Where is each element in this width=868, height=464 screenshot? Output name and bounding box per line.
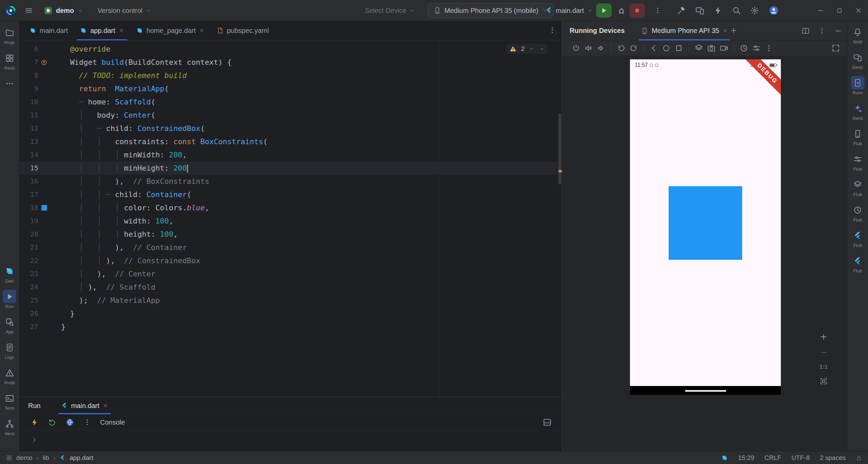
line-number[interactable]: 21 (19, 241, 38, 254)
line-number[interactable]: 26 (19, 307, 38, 320)
tool-logcat[interactable]: Logc (0, 341, 19, 360)
line-number[interactable]: 14 (19, 148, 38, 161)
code-line[interactable]: 11 │ body: Center( (19, 109, 558, 122)
tab-close-icon[interactable] (199, 28, 204, 33)
panel-options-icon[interactable] (818, 27, 826, 35)
tool-gemini[interactable]: Gemi (848, 101, 867, 121)
debug-button[interactable] (617, 0, 626, 21)
code-line[interactable]: 18 │ │ │ color: Colors.blue, (19, 201, 558, 214)
zoom-fit-icon[interactable] (820, 377, 828, 385)
code-line[interactable]: 26 } (19, 307, 558, 320)
breadcrumb-project[interactable]: demo (16, 454, 33, 462)
code-line[interactable]: 21 │ │ ), // Container (19, 241, 558, 254)
maximize-button[interactable] (830, 0, 849, 21)
editor-tab-pubspec.yaml[interactable]: pubspec.yaml (211, 21, 275, 40)
device-selector[interactable]: Medium Phone API 35 (mobile) (428, 3, 554, 18)
color-preview-swatch[interactable] (41, 205, 47, 211)
device-fullscreen-icon[interactable] (831, 44, 840, 53)
display-settings-button-icon[interactable] (752, 44, 761, 53)
emulator-screen[interactable]: 11:57 3G DEBUG (630, 59, 781, 395)
code-line[interactable]: 16 │ │ ), // BoxConstraints (19, 175, 558, 188)
line-number[interactable]: 11 (19, 109, 38, 122)
run-more-button[interactable] (654, 0, 662, 21)
device-manager-icon[interactable] (695, 6, 705, 15)
tool-device-manager[interactable]: Devic (848, 51, 867, 70)
close-button[interactable] (849, 0, 868, 21)
volume-up-button-icon[interactable] (584, 44, 593, 53)
tool-flutter-timeline[interactable]: Flutt (848, 203, 867, 223)
code-line[interactable]: 22 │ │ ), // ConstrainedBox (19, 254, 558, 267)
line-ending[interactable]: CRLF (765, 454, 782, 462)
zoom-out-icon[interactable] (819, 348, 828, 357)
editor-scrollbar[interactable] (558, 113, 561, 185)
line-number[interactable]: 7 (19, 56, 38, 69)
camera-button-icon[interactable] (707, 44, 716, 53)
gesture-pill[interactable] (685, 390, 726, 392)
editor-tab-home_page.dart[interactable]: home_page.dart (130, 21, 211, 40)
hide-panel-icon[interactable] (834, 27, 842, 35)
code-line[interactable]: 9 return MaterialApp( (19, 82, 558, 95)
override-gutter-icon[interactable] (41, 59, 47, 66)
minimize-button[interactable] (811, 0, 830, 21)
code-line[interactable]: 15 │ │ │ minHeight: 200 (19, 161, 558, 175)
code-line[interactable]: 12 │ ─ child: ConstrainedBox( (19, 122, 558, 135)
zoom-reset-button[interactable]: 1:1 (820, 364, 828, 370)
next-problem-icon[interactable] (539, 46, 545, 52)
line-number[interactable]: 22 (19, 254, 38, 267)
devtools-icon[interactable] (65, 418, 74, 427)
line-number[interactable]: 8 (19, 69, 38, 82)
vcs-widget[interactable]: Version control (98, 0, 152, 21)
device-more-button-icon[interactable] (765, 44, 773, 53)
line-number[interactable]: 18 (19, 201, 38, 214)
tool-problems[interactable]: Probl (0, 366, 19, 385)
line-number[interactable]: 12 (19, 122, 38, 135)
tab-options-icon[interactable] (548, 26, 556, 34)
run-button[interactable] (596, 3, 612, 18)
run-config-selector[interactable]: main.dart (545, 0, 593, 21)
rerun-icon[interactable] (48, 418, 57, 427)
breadcrumb-file[interactable]: app.dart (70, 454, 93, 462)
rotate-left-button-icon[interactable] (617, 44, 626, 53)
line-number[interactable]: 6 (19, 42, 38, 56)
tool-flutter-1[interactable]: Flutt (848, 229, 867, 248)
project-widget[interactable]: demo (43, 0, 83, 21)
code-line[interactable]: 24 │ ), // Scaffold (19, 281, 558, 294)
tool-version-control[interactable]: Versi (0, 417, 19, 436)
tool-running-devices[interactable]: Runn (848, 76, 867, 95)
code-editor[interactable]: 6 @override7 Widget build(BuildContext c… (19, 40, 562, 397)
kebab-icon[interactable] (83, 418, 91, 426)
file-encoding[interactable]: UTF-8 (791, 454, 810, 462)
line-number[interactable]: 27 (19, 320, 38, 333)
power-button-icon[interactable] (572, 44, 580, 53)
zoom-in-icon[interactable] (819, 332, 828, 341)
indent-style[interactable]: 2 spaces (820, 454, 846, 462)
tab-close-icon[interactable] (119, 28, 124, 33)
code-line[interactable]: 8 // TODO: implement build (19, 69, 558, 82)
add-device-icon[interactable] (730, 26, 738, 35)
device-tab[interactable]: Medium Phone API 35 (636, 21, 733, 40)
line-number[interactable]: 13 (19, 135, 38, 148)
tool-dart-analysis[interactable]: Dart (0, 264, 19, 284)
snapshots-button-icon[interactable] (739, 44, 748, 53)
code-line[interactable]: 13 │ │ constraints: const BoxConstraints… (19, 135, 558, 148)
tool-flutter-performance[interactable]: Flutt (848, 152, 867, 172)
line-number[interactable]: 25 (19, 294, 38, 307)
code-line[interactable]: 7 Widget build(BuildContext context) { (19, 56, 558, 69)
close-icon[interactable] (723, 28, 728, 34)
line-number[interactable]: 23 (19, 267, 38, 281)
console-tab-label[interactable]: Console (100, 419, 125, 426)
line-number[interactable]: 20 (19, 228, 38, 241)
tool-resource-manager[interactable]: Reso (0, 51, 19, 71)
main-menu-button[interactable] (24, 0, 33, 21)
code-line[interactable]: 6 @override (19, 42, 558, 56)
code-line[interactable]: 20 │ │ │ height: 100, (19, 228, 558, 241)
inspections-widget[interactable]: 2 (507, 44, 548, 54)
tool-notifications[interactable]: Notif (848, 25, 867, 44)
run-tab-main-dart[interactable]: main.dart (56, 397, 114, 414)
dart-analysis-icon[interactable] (721, 455, 728, 461)
stop-button[interactable] (629, 3, 645, 18)
layout-settings-icon[interactable] (543, 418, 552, 427)
chevron-right-icon[interactable] (30, 436, 38, 444)
editor-tab-main.dart[interactable]: main.dart (23, 21, 74, 40)
select-device-widget[interactable]: Select Device (365, 0, 415, 21)
